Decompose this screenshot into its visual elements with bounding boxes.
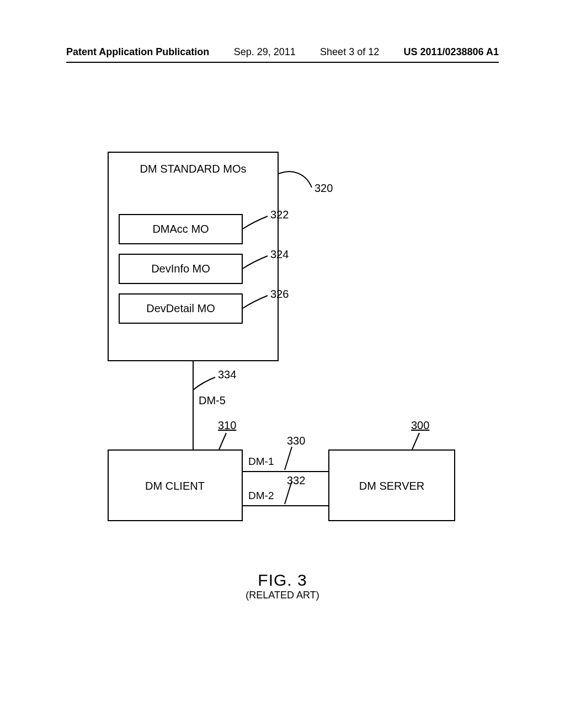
- connector-dm1: [243, 470, 328, 473]
- lead-line-300: [411, 433, 428, 451]
- lead-line-310: [218, 433, 234, 451]
- publication-date: Sep. 29, 2011: [234, 46, 296, 58]
- mo-box-devdetail: DevDetail MO: [119, 293, 243, 324]
- mo-box-devinfo: DevInfo MO: [119, 254, 243, 284]
- publication-title: Patent Application Publication: [66, 46, 209, 58]
- lead-line-330: [284, 447, 300, 471]
- figure-title: FIG. 3: [246, 571, 319, 590]
- refnum-320: 320: [315, 182, 333, 195]
- figure-subtitle: (RELATED ART): [246, 590, 319, 601]
- lead-line-334: [193, 376, 221, 393]
- header-rule: [66, 62, 499, 63]
- dm-server-label: DM SERVER: [359, 480, 425, 493]
- refnum-330: 330: [287, 435, 305, 447]
- connector-dm2: [243, 505, 328, 507]
- label-dm2: DM-2: [248, 490, 274, 502]
- document-number: US 2011/0238806 A1: [404, 46, 499, 58]
- refnum-324: 324: [270, 248, 289, 261]
- refnum-300: 300: [411, 419, 429, 432]
- connector-dm5: [192, 361, 194, 449]
- sheet-number: Sheet 3 of 12: [320, 46, 379, 58]
- page-header: Patent Application Publication Sep. 29, …: [0, 46, 565, 61]
- mos-container-title: DM STANDARD MOs: [140, 163, 247, 175]
- refnum-322: 322: [270, 208, 289, 221]
- label-dm1: DM-1: [248, 456, 274, 468]
- refnum-334: 334: [218, 368, 236, 381]
- label-dm5: DM-5: [199, 394, 226, 407]
- mo-box-dmacc: DMAcc MO: [119, 214, 243, 244]
- refnum-332: 332: [287, 474, 305, 487]
- refnum-326: 326: [270, 288, 289, 301]
- dm-client-label: DM CLIENT: [145, 480, 205, 493]
- patent-page: Patent Application Publication Sep. 29, …: [0, 0, 565, 728]
- figure-title-block: FIG. 3 (RELATED ART): [246, 571, 319, 601]
- refnum-310: 310: [218, 419, 236, 432]
